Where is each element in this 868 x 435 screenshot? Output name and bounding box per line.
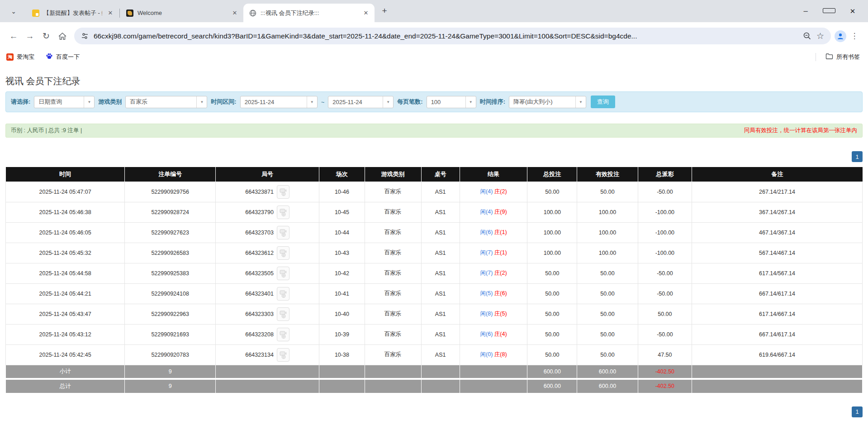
cell-total-bet: 50.00	[527, 304, 577, 324]
tab-close-icon[interactable]: ✕	[231, 9, 239, 17]
cell-table-no: AS1	[421, 263, 460, 283]
url-text[interactable]: 66cxkj98.com/game/betrecord_search/kind3…	[94, 32, 798, 40]
query-type-select[interactable]: 日期查询 ▼	[34, 96, 95, 108]
cell-round: 664323505	[216, 263, 319, 283]
page-title: 视讯 会员下注纪录	[5, 75, 863, 87]
browser-tab-2[interactable]: Welcome ✕	[120, 4, 243, 22]
address-bar[interactable]: 66cxkj98.com/game/betrecord_search/kind3…	[74, 28, 831, 44]
video-replay-button[interactable]	[277, 226, 289, 239]
cell-time: 2025-11-24 05:43:12	[6, 324, 125, 344]
tab-close-icon[interactable]: ✕	[106, 9, 114, 17]
cell-note: 617.14/567.14	[692, 263, 863, 283]
column-header: 总派彩	[638, 167, 692, 182]
menu-dots-icon[interactable]: ⋮	[846, 28, 863, 44]
page-1-button[interactable]: 1	[852, 406, 863, 417]
cell-payout: -50.00	[638, 324, 692, 344]
forward-icon[interactable]: →	[22, 28, 38, 44]
total-payout: -402.50	[638, 380, 692, 393]
cell-bet-id: 522990927623	[125, 222, 216, 243]
zoom-out-icon[interactable]	[803, 32, 811, 40]
cell-result: 闲(4) 庄(9)	[460, 202, 527, 222]
home-icon[interactable]	[54, 28, 71, 44]
back-icon[interactable]: ←	[5, 28, 22, 44]
game-type-select[interactable]: 百家乐 ▼	[125, 96, 207, 108]
tab-separator	[119, 9, 120, 18]
new-tab-button[interactable]: +	[378, 5, 391, 18]
video-replay-button[interactable]	[277, 328, 289, 341]
cell-valid-bet: 50.00	[577, 324, 638, 344]
cell-round: 664323612	[216, 243, 319, 263]
cell-valid-bet: 100.00	[577, 243, 638, 263]
browser-toolbar: ← → ↻ 66cxkj98.com/game/betrecord_search…	[0, 22, 868, 50]
bookmark-taobao[interactable]: 淘 爱淘宝	[6, 53, 34, 61]
maximize-button[interactable]	[823, 8, 835, 14]
browser-tab-1[interactable]: 【新提醒】发表帖子 - 综合交流 ✕	[26, 4, 119, 22]
cell-game-type: 百家乐	[365, 243, 421, 263]
column-header: 注单编号	[125, 167, 216, 182]
window-controls: ─ ✕	[799, 7, 868, 15]
total-valid-bet: 600.00	[577, 380, 638, 393]
cell-total-bet: 50.00	[527, 182, 577, 202]
column-header: 场次	[319, 167, 365, 182]
round-number: 664323612	[245, 250, 274, 256]
chevron-down-icon: ▼	[575, 96, 586, 108]
cell-valid-bet: 50.00	[577, 263, 638, 283]
profile-avatar[interactable]	[835, 30, 846, 42]
cell-total-bet: 50.00	[527, 283, 577, 304]
site-settings-icon[interactable]	[81, 32, 89, 40]
tab-close-icon[interactable]: ✕	[362, 9, 370, 17]
total-label: 总计	[6, 380, 125, 393]
result-banker: 庄(1)	[494, 229, 507, 235]
cell-payout: -50.00	[638, 263, 692, 283]
filter-bar: 请选择: 日期查询 ▼ 游戏类别 百家乐 ▼ 时间区间: 2025-11-24 …	[5, 91, 863, 112]
cell-session: 10-44	[319, 222, 365, 243]
cell-valid-bet: 50.00	[577, 344, 638, 365]
bookmark-star-icon[interactable]: ☆	[816, 31, 824, 41]
cell-note: 367.14/267.14	[692, 202, 863, 222]
cell-game-type: 百家乐	[365, 222, 421, 243]
result-player: 闲(7)	[480, 249, 493, 256]
cell-game-type: 百家乐	[365, 283, 421, 304]
sort-select[interactable]: 降幂(由大到小) ▼	[509, 96, 586, 108]
result-player: 闲(6)	[480, 229, 493, 235]
video-replay-button[interactable]	[277, 267, 289, 280]
subtotal-label: 小计	[6, 365, 125, 378]
cell-result: 闲(0) 庄(8)	[460, 344, 527, 365]
cell-total-bet: 50.00	[527, 263, 577, 283]
cell-time: 2025-11-24 05:43:47	[6, 304, 125, 324]
cell-round: 664323871	[216, 182, 319, 202]
video-replay-button[interactable]	[277, 348, 289, 362]
cell-valid-bet: 50.00	[577, 304, 638, 324]
result-player: 闲(4)	[480, 188, 493, 195]
reload-icon[interactable]: ↻	[38, 28, 54, 44]
cell-result: 闲(5) 庄(6)	[460, 283, 527, 304]
date-end-select[interactable]: 2025-11-24 ▼	[328, 96, 394, 108]
close-window-button[interactable]: ✕	[846, 7, 859, 15]
chevron-down-icon: ▼	[465, 96, 476, 108]
video-replay-button[interactable]	[277, 185, 289, 199]
video-replay-button[interactable]	[277, 307, 289, 321]
cell-bet-id: 522990929756	[125, 182, 216, 202]
tab-search-chevron-icon[interactable]: ⌄	[7, 8, 20, 15]
folder-icon	[825, 53, 833, 61]
bookmark-baidu[interactable]: 百度一下	[46, 53, 80, 61]
cell-note: 617.14/667.14	[692, 304, 863, 324]
column-header: 桌号	[421, 167, 460, 182]
all-bookmarks-button[interactable]: 所有书签	[825, 53, 860, 61]
video-replay-button[interactable]	[277, 206, 289, 219]
page-1-button[interactable]: 1	[852, 151, 863, 162]
browser-tab-active[interactable]: :::视讯 会员下注纪录::: ✕	[243, 4, 375, 22]
cell-result: 闲(7) 庄(1)	[460, 243, 527, 263]
page-size-select[interactable]: 100 ▼	[427, 96, 476, 108]
cell-session: 10-40	[319, 304, 365, 324]
round-number: 664323401	[245, 291, 274, 297]
round-number: 664323134	[245, 352, 274, 358]
date-start-select[interactable]: 2025-11-24 ▼	[240, 96, 318, 108]
cell-valid-bet: 100.00	[577, 202, 638, 222]
video-replay-button[interactable]	[277, 246, 289, 260]
cell-session: 10-46	[319, 182, 365, 202]
minimize-button[interactable]: ─	[799, 8, 812, 14]
search-button[interactable]: 查询	[591, 96, 615, 108]
cell-game-type: 百家乐	[365, 263, 421, 283]
video-replay-button[interactable]	[277, 287, 289, 301]
